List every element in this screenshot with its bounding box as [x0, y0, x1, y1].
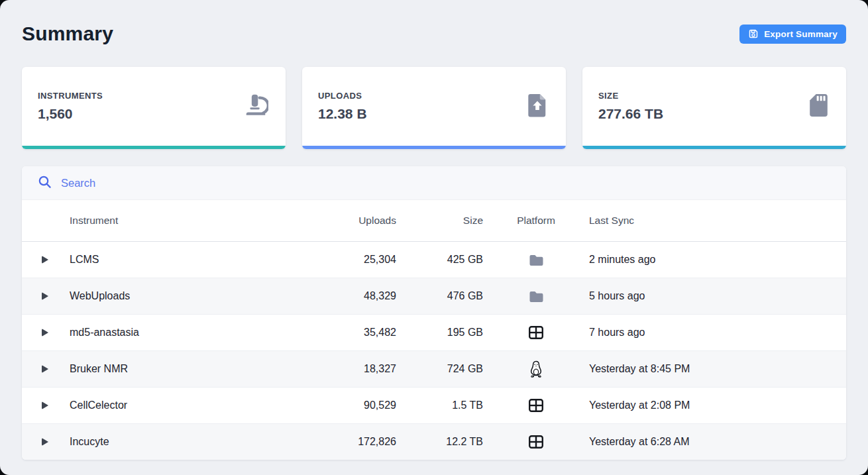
stat-cards: INSTRUMENTS 1,560 UPLOADS 12 [22, 67, 846, 149]
table-body: LCMS 25,304 425 GB 2 minutes ago WebUplo… [22, 242, 846, 460]
save-icon [748, 28, 759, 39]
platform-cell [483, 290, 589, 303]
size-value: 724 GB [396, 363, 483, 375]
table-row[interactable]: WebUploads 48,329 476 GB 5 hours ago [22, 278, 846, 314]
file-upload-icon [526, 93, 549, 121]
platform-cell [483, 398, 589, 413]
expand-cell [22, 365, 70, 373]
expand-caret-icon[interactable] [42, 365, 48, 373]
summary-page: Summary Export Summary INSTRUMENTS 1,560 [0, 0, 868, 475]
expand-cell [22, 329, 70, 337]
page-title: Summary [22, 23, 113, 45]
last-sync-value: 5 hours ago [589, 290, 846, 302]
size-value: 476 GB [396, 290, 483, 302]
expand-caret-icon[interactable] [42, 292, 48, 300]
column-header-uploads[interactable]: Uploads [317, 215, 396, 227]
size-card-accent [582, 146, 846, 149]
uploads-card-accent [302, 146, 566, 149]
instrument-name: WebUploads [70, 290, 317, 302]
search-icon [38, 175, 52, 191]
uploads-value: 35,482 [317, 327, 396, 339]
windows-icon [528, 325, 544, 340]
instruments-card: INSTRUMENTS 1,560 [22, 67, 286, 149]
uploads-value: 48,329 [317, 290, 396, 302]
table-row[interactable]: Bruker NMR 18,327 724 GB Yesterday at 8:… [22, 350, 846, 387]
microscope-icon [243, 93, 268, 121]
column-header-instrument[interactable]: Instrument [70, 215, 317, 227]
uploads-value: 18,327 [317, 363, 396, 375]
platform-cell [483, 325, 589, 340]
instrument-name: Bruker NMR [70, 363, 317, 375]
expand-caret-icon[interactable] [42, 401, 48, 409]
size-card: SIZE 277.66 TB [582, 67, 846, 149]
uploads-value: 25,304 [317, 254, 396, 266]
folder-icon [529, 254, 544, 266]
instrument-name: LCMS [70, 254, 317, 266]
windows-icon [528, 398, 544, 413]
uploads-card-label: UPLOADS [318, 91, 367, 101]
instruments-card-accent [22, 146, 286, 149]
sd-card-icon [808, 93, 829, 121]
size-value: 12.2 TB [396, 436, 483, 448]
search-bar [22, 166, 846, 200]
search-input[interactable] [60, 176, 830, 190]
instruments-table-card: Instrument Uploads Size Platform Last Sy… [22, 166, 846, 460]
column-header-platform[interactable]: Platform [517, 215, 555, 227]
instrument-name: CellCelector [70, 399, 317, 411]
expand-cell [22, 438, 70, 446]
uploads-value: 172,826 [317, 436, 396, 448]
windows-icon [528, 435, 544, 449]
table-header-row: Instrument Uploads Size Platform Last Sy… [22, 200, 846, 242]
expand-cell [22, 401, 70, 409]
last-sync-value: Yesterday at 8:45 PM [589, 363, 846, 375]
expand-caret-icon[interactable] [42, 256, 48, 264]
linux-icon [529, 360, 543, 378]
export-summary-button[interactable]: Export Summary [739, 25, 846, 44]
uploads-card-value: 12.38 B [318, 106, 367, 122]
expand-caret-icon[interactable] [42, 329, 48, 337]
size-card-value: 277.66 TB [598, 106, 663, 122]
instrument-name: md5-anastasia [70, 327, 317, 339]
column-header-last-sync[interactable]: Last Sync [589, 215, 846, 227]
size-card-label: SIZE [598, 91, 663, 101]
column-header-size[interactable]: Size [396, 215, 483, 227]
page-header: Summary Export Summary [0, 0, 868, 45]
expand-cell [22, 292, 70, 300]
table-row[interactable]: md5-anastasia 35,482 195 GB 7 hours ago [22, 314, 846, 350]
expand-cell [22, 256, 70, 264]
size-value: 425 GB [396, 254, 483, 266]
export-summary-label: Export Summary [764, 29, 838, 39]
last-sync-value: 2 minutes ago [589, 254, 846, 266]
instruments-card-label: INSTRUMENTS [38, 91, 103, 101]
size-value: 195 GB [396, 327, 483, 339]
table-row[interactable]: CellCelector 90,529 1.5 TB Yesterday at … [22, 387, 846, 423]
table-row[interactable]: LCMS 25,304 425 GB 2 minutes ago [22, 242, 846, 278]
uploads-card: UPLOADS 12.38 B [302, 67, 566, 149]
instrument-name: Incucyte [70, 436, 317, 448]
uploads-value: 90,529 [317, 399, 396, 411]
platform-cell [483, 360, 589, 378]
size-value: 1.5 TB [396, 399, 483, 411]
last-sync-value: 7 hours ago [589, 327, 846, 339]
last-sync-value: Yesterday at 2:08 PM [589, 399, 846, 411]
expand-caret-icon[interactable] [42, 438, 48, 446]
table-row[interactable]: Incucyte 172,826 12.2 TB Yesterday at 6:… [22, 423, 846, 460]
platform-cell [483, 435, 589, 449]
instruments-card-value: 1,560 [38, 106, 103, 122]
last-sync-value: Yesterday at 6:28 AM [589, 436, 846, 448]
folder-icon [529, 290, 544, 303]
platform-cell [483, 254, 589, 266]
